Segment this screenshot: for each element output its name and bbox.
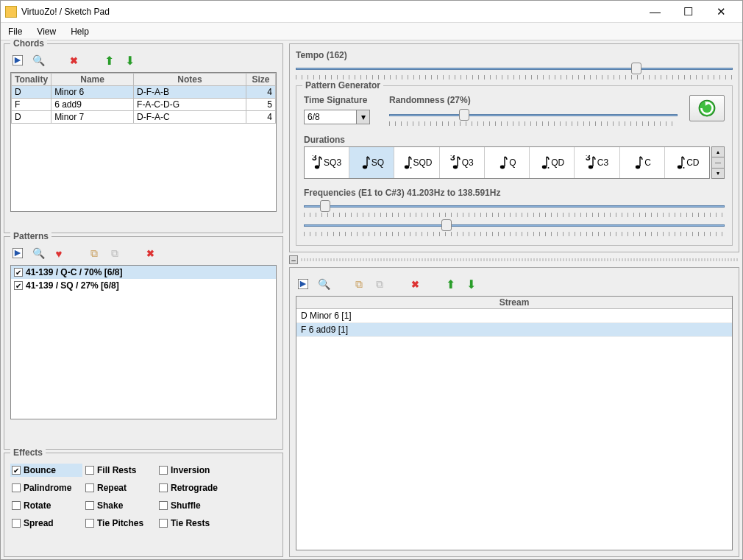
menu-file[interactable]: File [5,25,25,38]
delete-icon[interactable]: ✖ [408,277,422,291]
effects-title: Effects [10,447,46,458]
checkbox-icon[interactable] [85,466,94,475]
duration-sqd[interactable]: SQD [394,147,439,178]
svg-point-10 [362,166,366,169]
effect-palindrome[interactable]: Palindrome [10,481,82,495]
duration-c3[interactable]: 3C3 [575,147,619,178]
duration-qd[interactable]: QD [530,147,575,178]
stream-row[interactable]: D Minor 6 [1] [296,309,732,323]
duration-q3[interactable]: 3Q3 [440,147,485,178]
checkbox-icon[interactable] [12,519,21,528]
table-row[interactable]: DMinor 6D-F-A-B4 [12,86,276,99]
effects-panel: Effects ✔BounceFill RestsInversionPalind… [4,453,283,557]
effect-shuffle[interactable]: Shuffle [157,499,230,512]
search-icon[interactable]: 🔍 [31,53,46,68]
checkbox-icon[interactable] [85,519,94,528]
svg-text:3: 3 [312,155,317,163]
time-signature-select[interactable]: 6/8 ▾ [304,110,370,124]
svg-point-29 [683,167,685,169]
minimize-button[interactable]: — [639,1,672,23]
collapse-icon[interactable]: – [289,255,298,264]
effect-tie-pitches[interactable]: Tie Pitches [84,517,156,530]
frequency-high-slider[interactable] [304,221,725,230]
chords-table[interactable]: Tonality Name Notes Size DMinor 6D-F-A-B… [11,73,276,124]
menu-help[interactable]: Help [68,25,92,38]
menu-bar: File View Help [1,23,742,40]
patterns-list[interactable]: ✔41-139 / Q-C / 70% [6/8]✔41-139 / SQ / … [10,265,277,419]
play-icon[interactable] [296,277,310,291]
maximize-button[interactable]: ☐ [672,1,705,23]
checkbox-icon[interactable] [12,483,21,492]
col-name[interactable]: Name [51,74,134,86]
checkbox-icon[interactable]: ✔ [12,466,21,475]
list-item[interactable]: ✔41-139 / Q-C / 70% [6/8] [11,266,276,279]
copy-icon[interactable]: ⧉ [87,246,102,260]
effect-inversion[interactable]: Inversion [157,464,230,477]
svg-point-20 [542,166,547,169]
stream-table[interactable]: Stream D Minor 6 [1]F 6 add9 [1] [296,296,733,550]
table-row[interactable]: F6 add9F-A-C-D-G5 [12,99,276,111]
generator-panel: Tempo (162) Pattern Generator Time Signa… [289,43,739,252]
duration-sq[interactable]: SQ [349,147,394,178]
delete-icon[interactable]: ✖ [143,246,157,260]
app-icon [5,6,17,18]
copy-icon[interactable]: ⧉ [352,277,366,291]
svg-point-21 [548,167,550,169]
chevron-down-icon[interactable]: ▾ [356,110,369,124]
move-down-icon[interactable]: ⬇ [122,53,137,68]
effect-repeat[interactable]: Repeat [84,481,156,495]
checkbox-icon[interactable] [159,483,168,492]
play-icon[interactable] [10,53,25,68]
effect-fill-rests[interactable]: Fill Rests [84,464,156,477]
frequency-low-slider[interactable] [304,202,725,211]
move-down-icon[interactable]: ⬇ [463,277,478,291]
randomness-slider[interactable] [389,111,678,120]
checkbox-icon[interactable] [85,501,94,510]
svg-point-18 [500,166,505,169]
tempo-label: Tempo (162) [296,50,733,60]
effect-rotate[interactable]: Rotate [10,499,82,512]
svg-point-13 [410,167,411,169]
checkbox-icon[interactable] [85,483,94,492]
durations-list[interactable]: 3SQ3SQSQD3Q3QQD3C3CCD [304,146,710,179]
delete-icon[interactable]: ✖ [66,53,81,68]
durations-label: Durations [304,135,725,145]
paste-icon[interactable]: ⧉ [107,246,122,260]
checkbox-icon[interactable] [12,501,21,510]
move-up-icon[interactable]: ⬆ [102,53,116,68]
duration-c[interactable]: C [620,147,665,178]
effect-bounce[interactable]: ✔Bounce [10,464,82,477]
list-item[interactable]: ✔41-139 / SQ / 27% [6/8] [11,279,276,292]
duration-q[interactable]: Q [485,147,530,178]
close-button[interactable]: ✕ [705,1,738,23]
duration-sq3[interactable]: 3SQ3 [305,147,349,178]
paste-icon[interactable]: ⧉ [372,277,387,291]
search-icon[interactable]: 🔍 [316,277,331,291]
col-notes[interactable]: Notes [134,74,246,86]
search-icon[interactable]: 🔍 [31,246,46,260]
stream-header[interactable]: Stream [296,297,732,309]
effect-shake[interactable]: Shake [84,499,156,512]
durations-spinner[interactable]: ▴—▾ [711,146,725,179]
effect-spread[interactable]: Spread [10,517,82,530]
checkbox-icon[interactable] [159,519,168,528]
effect-retrograde[interactable]: Retrograde [157,481,230,495]
favorite-icon[interactable]: ♥ [51,246,66,260]
tempo-slider[interactable] [296,65,733,74]
col-tonality[interactable]: Tonality [12,74,51,86]
checkbox-icon[interactable]: ✔ [14,268,23,277]
checkbox-icon[interactable] [159,466,168,475]
menu-view[interactable]: View [34,25,59,38]
duration-cd[interactable]: CD [665,147,709,178]
patterns-title: Patterns [10,231,51,241]
move-up-icon[interactable]: ⬆ [443,277,458,291]
effect-tie-rests[interactable]: Tie Rests [157,517,230,530]
checkbox-icon[interactable] [159,501,168,510]
table-row[interactable]: DMinor 7D-F-A-C4 [12,111,276,124]
checkbox-icon[interactable]: ✔ [14,281,23,290]
play-icon[interactable] [10,246,25,260]
generate-button[interactable] [689,95,725,121]
stream-row[interactable]: F 6 add9 [1] [296,323,732,337]
col-size[interactable]: Size [246,74,276,86]
svg-point-24 [589,166,593,169]
